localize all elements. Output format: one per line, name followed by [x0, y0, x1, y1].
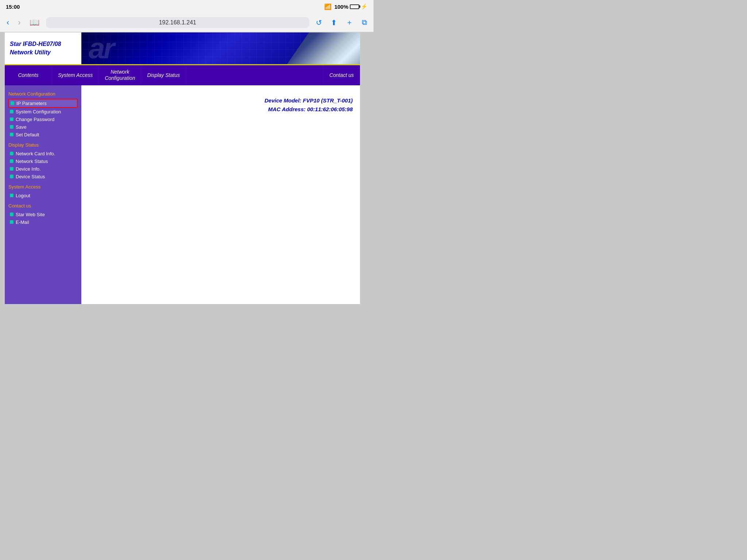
sidebar-item-save[interactable]: Save	[8, 123, 78, 131]
sidebar-item-email[interactable]: E-Mail	[8, 218, 78, 226]
sidebar-section-network-config[interactable]: Network Configuration	[8, 91, 78, 97]
sidebar-section-contact[interactable]: Contact us	[8, 203, 78, 209]
bullet-icon	[10, 110, 13, 113]
sidebar-section-display-status[interactable]: Display Status	[8, 142, 78, 148]
status-bar: 15:00 📶 100% ⚡	[0, 0, 374, 13]
bullet-icon	[10, 125, 13, 129]
tabs-button[interactable]: ⧉	[360, 17, 369, 28]
banner-text: ar	[89, 32, 113, 64]
nav-blank	[186, 65, 324, 85]
nav-system-access[interactable]: System Access	[52, 65, 99, 85]
mac-address-label: MAC Address: 00:11:62:06:05:98	[89, 105, 353, 114]
status-right: 📶 100% ⚡	[324, 3, 368, 10]
device-model-label: Device Model: FVP10 (STR_T-001)	[89, 96, 353, 105]
wifi-icon: 📶	[324, 3, 332, 10]
sidebar-item-ip-parameters[interactable]: IP Parameters	[8, 99, 78, 108]
sidebar-item-set-default[interactable]: Set Default	[8, 131, 78, 139]
sidebar-item-change-password[interactable]: Change Password	[8, 116, 78, 123]
bullet-icon	[10, 213, 13, 216]
nav-network-config[interactable]: NetworkConfiguration	[99, 65, 141, 85]
content-area: Network Configuration IP Parameters Syst…	[5, 85, 360, 304]
bullet-icon	[10, 133, 13, 136]
nav-bar: Contents System Access NetworkConfigurat…	[5, 65, 360, 85]
forward-button[interactable]: ›	[16, 16, 23, 29]
sidebar-item-logout[interactable]: Logout	[8, 192, 78, 199]
main-content: Device Model: FVP10 (STR_T-001) MAC Addr…	[81, 85, 360, 304]
battery-bar	[350, 4, 359, 9]
sidebar: Network Configuration IP Parameters Syst…	[5, 85, 81, 304]
bullet-icon	[10, 175, 13, 178]
battery-indicator: 100% ⚡	[334, 3, 368, 10]
sidebar-item-system-config[interactable]: System Configuration	[8, 108, 78, 116]
bullet-icon	[11, 101, 14, 105]
bullet-icon	[10, 152, 13, 155]
browser-chrome: ‹ › 📖 ↺ ⬆ ＋ ⧉	[0, 13, 374, 32]
page-header: Star IFBD-HE07/08 Network Utility ar	[5, 32, 360, 65]
nav-display-status[interactable]: Display Status	[141, 65, 186, 85]
brand-title: Star IFBD-HE07/08 Network Utility	[10, 40, 61, 57]
sidebar-item-network-status[interactable]: Network Status	[8, 158, 78, 165]
bullet-icon	[10, 194, 13, 197]
nav-contact[interactable]: Contact us	[324, 65, 360, 85]
sidebar-item-network-card-info[interactable]: Network Card Info.	[8, 150, 78, 158]
back-button[interactable]: ‹	[4, 16, 11, 29]
reload-button[interactable]: ↺	[314, 17, 324, 28]
bullet-icon	[10, 159, 13, 163]
nav-contents[interactable]: Contents	[5, 65, 52, 85]
charging-icon: ⚡	[361, 3, 368, 10]
banner-section: ar	[81, 32, 360, 64]
bullet-icon	[10, 167, 13, 171]
add-button[interactable]: ＋	[344, 16, 355, 29]
brand-section: Star IFBD-HE07/08 Network Utility	[5, 32, 81, 64]
bookmarks-button[interactable]: 📖	[27, 16, 42, 29]
address-bar[interactable]	[46, 17, 309, 28]
share-button[interactable]: ⬆	[329, 17, 339, 28]
sidebar-item-device-status[interactable]: Device Status	[8, 173, 78, 180]
bullet-icon	[10, 117, 13, 121]
sidebar-item-device-info[interactable]: Device Info.	[8, 165, 78, 173]
device-info: Device Model: FVP10 (STR_T-001) MAC Addr…	[89, 96, 353, 114]
browser-viewport: Star IFBD-HE07/08 Network Utility ar Con…	[4, 32, 360, 304]
sidebar-section-system-access[interactable]: System Access	[8, 184, 78, 190]
time-display: 15:00	[6, 4, 20, 10]
sidebar-item-star-web-site[interactable]: Star Web Site	[8, 211, 78, 218]
bullet-icon	[10, 220, 13, 224]
